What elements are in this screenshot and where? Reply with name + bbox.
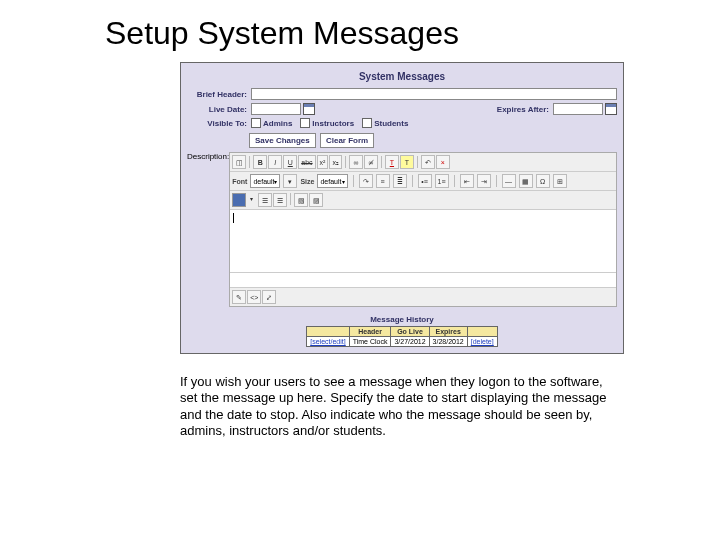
font-picker-icon[interactable]: ▾ <box>283 174 297 188</box>
bold-button[interactable]: B <box>253 155 267 169</box>
table-button[interactable]: ⊞ <box>553 174 567 188</box>
calendar-icon[interactable] <box>303 103 315 115</box>
image-button[interactable]: ▦ <box>519 174 533 188</box>
undo-button[interactable]: ↶ <box>421 155 435 169</box>
align-center-button[interactable]: ≣ <box>393 174 407 188</box>
separator <box>345 156 346 168</box>
misc-button-2[interactable]: ▨ <box>309 193 323 207</box>
superscript-button[interactable]: x² <box>317 155 329 169</box>
cell-go-live: 3/27/2012 <box>391 337 429 347</box>
separator <box>412 175 413 187</box>
system-messages-panel: System Messages Brief Header: Live Date:… <box>180 62 624 354</box>
preview-icon[interactable]: ✎ <box>232 290 246 304</box>
live-date-input[interactable] <box>251 103 301 115</box>
separator <box>381 156 382 168</box>
expires-after-input[interactable] <box>553 103 603 115</box>
visible-to-row: Visible To: Admins Instructors Students <box>187 118 617 128</box>
indent-button[interactable]: ⇥ <box>477 174 491 188</box>
rte-footer: ✎ <> ⤢ <box>230 287 616 306</box>
rich-text-editor: ◫ B I U abc x² x₂ ∞ ∞̸ T T ↶ × Font de <box>229 152 617 307</box>
size-select[interactable]: default <box>317 174 347 188</box>
col-blank2 <box>467 327 497 337</box>
col-blank <box>307 327 349 337</box>
color-swatch[interactable] <box>232 193 246 207</box>
admins-checkbox[interactable] <box>251 118 261 128</box>
separator <box>417 156 418 168</box>
editor-body[interactable] <box>230 209 616 272</box>
brief-header-input[interactable] <box>251 88 617 100</box>
underline-button[interactable]: U <box>283 155 297 169</box>
message-history-title: Message History <box>187 315 617 324</box>
rte-toolbar-3: ☰ ☰ ▧ ▨ <box>230 190 616 209</box>
cell-expires: 3/28/2012 <box>429 337 467 347</box>
source-icon[interactable]: ◫ <box>232 155 246 169</box>
delete-link[interactable]: [delete] <box>467 337 497 347</box>
html-icon[interactable]: <> <box>247 290 261 304</box>
symbol-button[interactable]: Ω <box>536 174 550 188</box>
clear-form-button[interactable]: Clear Form <box>320 133 374 148</box>
instructors-label: Instructors <box>312 119 354 128</box>
outdent-button[interactable]: ⇤ <box>460 174 474 188</box>
italic-button[interactable]: I <box>268 155 282 169</box>
cell-header: Time Clock <box>349 337 391 347</box>
font-select[interactable]: default <box>250 174 280 188</box>
panel-header: System Messages <box>187 71 617 82</box>
text-cursor <box>233 213 234 223</box>
expires-after-label: Expires After: <box>497 105 549 114</box>
rte-toolbar-1: ◫ B I U abc x² x₂ ∞ ∞̸ T T ↶ × <box>230 153 616 171</box>
link-button[interactable]: ∞ <box>349 155 363 169</box>
table-row: [select/edit] Time Clock 3/27/2012 3/28/… <box>307 337 497 347</box>
brief-header-row: Brief Header: <box>187 88 617 100</box>
brief-header-label: Brief Header: <box>187 90 251 99</box>
separator <box>496 175 497 187</box>
instructors-checkbox[interactable] <box>300 118 310 128</box>
live-date-label: Live Date: <box>187 105 251 114</box>
select-edit-link[interactable]: [select/edit] <box>307 337 349 347</box>
numbered-list-button[interactable]: 1≡ <box>435 174 449 188</box>
table-header-row: Header Go Live Expires <box>307 327 497 337</box>
students-checkbox[interactable] <box>362 118 372 128</box>
editor-path-bar[interactable] <box>230 272 616 287</box>
font-label: Font <box>232 178 247 185</box>
separator <box>454 175 455 187</box>
list-style-button[interactable]: ☰ <box>258 193 272 207</box>
strike-button[interactable]: abc <box>298 155 315 169</box>
clear-format-button[interactable]: × <box>436 155 450 169</box>
unlink-button[interactable]: ∞̸ <box>364 155 378 169</box>
expires-group: Expires After: <box>497 103 617 115</box>
text-color-button[interactable]: T <box>385 155 399 169</box>
message-history-table: Header Go Live Expires [select/edit] Tim… <box>306 326 497 347</box>
redo-button[interactable]: ↷ <box>359 174 373 188</box>
rte-toolbar-2: Font default ▾ Size default ↷ ≡ ≣ •≡ 1≡ … <box>230 171 616 190</box>
dates-row: Live Date: Expires After: <box>187 103 617 115</box>
students-label: Students <box>374 119 408 128</box>
subscript-button[interactable]: x₂ <box>329 155 342 169</box>
separator <box>353 175 354 187</box>
button-row: Save Changes Clear Form <box>249 133 617 148</box>
slide-title: Setup System Messages <box>105 15 720 52</box>
visible-to-label: Visible To: <box>187 119 251 128</box>
hr-button[interactable]: — <box>502 174 516 188</box>
list-style2-button[interactable]: ☰ <box>273 193 287 207</box>
separator <box>290 193 291 205</box>
bullet-list-button[interactable]: •≡ <box>418 174 432 188</box>
expand-icon[interactable]: ⤢ <box>262 290 276 304</box>
col-go-live: Go Live <box>391 327 429 337</box>
admins-label: Admins <box>263 119 292 128</box>
misc-button-1[interactable]: ▧ <box>294 193 308 207</box>
size-label: Size <box>300 178 314 185</box>
col-header: Header <box>349 327 391 337</box>
calendar-icon[interactable] <box>605 103 617 115</box>
fill-color-button[interactable]: T <box>400 155 414 169</box>
description-label: Description: <box>187 152 229 161</box>
explanation-text: If you wish your users to see a message … <box>180 374 620 439</box>
description-row: Description: ◫ B I U abc x² x₂ ∞ ∞̸ T T … <box>187 152 617 307</box>
separator <box>249 156 250 168</box>
align-left-button[interactable]: ≡ <box>376 174 390 188</box>
save-changes-button[interactable]: Save Changes <box>249 133 316 148</box>
col-expires: Expires <box>429 327 467 337</box>
